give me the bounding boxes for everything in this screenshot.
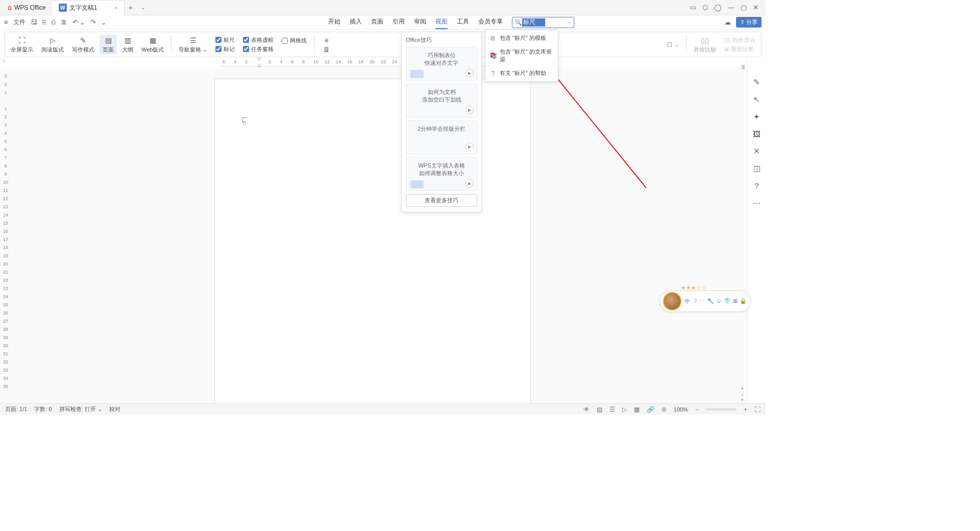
link-icon[interactable]: 🔗 xyxy=(647,406,654,413)
save-icon[interactable]: 🖫 xyxy=(31,18,37,26)
preview-icon[interactable]: 🗎 xyxy=(61,18,67,26)
writing-mode-button[interactable]: ✎ 写作模式 xyxy=(69,35,97,55)
sync-scroll-button[interactable]: ▯▯ 同步滚动 xyxy=(724,36,755,44)
help-icon[interactable]: ? xyxy=(754,181,758,190)
close-tab-icon[interactable]: • xyxy=(115,5,117,11)
home-tab[interactable]: ⩍ WPS Office xyxy=(3,0,51,15)
view-web-icon[interactable]: ▦ xyxy=(634,406,640,413)
search-box[interactable]: 🔍 → xyxy=(512,17,574,28)
tab-view[interactable]: 视图 xyxy=(435,15,448,29)
search-suggestion[interactable]: 🗎包含 "标尺" 的模板 xyxy=(485,31,558,45)
view-page-icon[interactable]: ▤ xyxy=(597,406,602,413)
play-icon[interactable]: ▶ xyxy=(465,142,474,151)
document-page[interactable] xyxy=(214,79,531,403)
nav-pane-button[interactable]: ☰ 导航窗格 ⌄ xyxy=(176,35,210,55)
close-icon[interactable]: ✕ xyxy=(753,4,758,11)
tab-reference[interactable]: 引用 xyxy=(393,15,405,29)
hamburger-icon[interactable]: ≡ xyxy=(4,18,8,26)
tab-tools[interactable]: 工具 xyxy=(457,15,469,29)
export-icon[interactable]: ⎘ xyxy=(42,18,46,26)
play-icon[interactable]: ▶ xyxy=(465,69,474,77)
search-suggestion[interactable]: ?有关 "标尺" 的帮助 xyxy=(485,66,558,80)
view-outline-icon[interactable]: ☰ xyxy=(609,406,615,413)
ruler-corner-icon[interactable]: ∟ xyxy=(2,57,7,63)
spellcheck-status[interactable]: 拼写检查: 打开 ⌄ xyxy=(59,405,102,413)
fit-icon[interactable]: ⛶ xyxy=(754,406,761,413)
lock-icon[interactable]: 🔒 xyxy=(740,298,747,305)
tab-start[interactable]: 开始 xyxy=(328,15,340,29)
gridlines-checkbox[interactable]: 网格线 xyxy=(282,37,307,44)
share-button[interactable]: ⇪ 分享 xyxy=(736,17,762,28)
maximize-icon[interactable]: ▢ xyxy=(741,4,747,11)
wrench-icon[interactable]: 🔧 xyxy=(707,298,714,305)
outline-button[interactable]: ▥ 大纲 xyxy=(119,35,136,55)
search-suggestion[interactable]: 📚包含 "标尺" 的文库资源 xyxy=(485,45,558,66)
show-button[interactable]: ≡ 显 xyxy=(318,35,334,55)
zoom-in-icon[interactable]: + xyxy=(744,406,747,413)
reset-pos-button[interactable]: ⊞ 重设位置 xyxy=(724,45,755,53)
task-pane-checkbox[interactable]: 任务窗格 xyxy=(243,45,274,53)
zoom-level[interactable]: 100% xyxy=(674,406,688,413)
search-input[interactable] xyxy=(522,18,545,27)
more-tips-button[interactable]: 查看更多技巧 xyxy=(406,194,477,207)
ruler-checkbox[interactable]: 标尺 xyxy=(215,36,235,44)
search-submit-icon[interactable]: → xyxy=(566,19,572,26)
document-tab[interactable]: W 文字文稿1 • xyxy=(51,0,125,15)
tab-member[interactable]: 会员专享 xyxy=(478,15,503,29)
vertical-ruler[interactable]: 3211234567891011121314151617181920212223… xyxy=(1,74,10,403)
redo-icon[interactable]: ↷ xyxy=(90,18,96,26)
reading-mode-button[interactable]: ▷ 阅读版式 xyxy=(38,35,67,55)
page-layout-button[interactable]: ▤ 页面 xyxy=(100,35,117,55)
page-indicator[interactable]: 页面: 1/1 xyxy=(5,405,27,413)
moon-icon[interactable]: ☽ xyxy=(692,298,697,305)
image-icon[interactable]: 🖼 xyxy=(753,130,761,138)
tip-card[interactable]: 2分钟学会排版分栏▶ xyxy=(406,120,477,154)
assistant-widget[interactable]: ★★★☆☆ 中 ☽ ⋯ 🔧 ☺ 👕 ⊞ 🔒 xyxy=(659,285,750,312)
proof-status[interactable]: 校对 xyxy=(109,405,120,413)
new-tab-button[interactable]: + xyxy=(125,4,137,12)
dots-icon[interactable]: ⋯ xyxy=(699,298,705,305)
view-read-icon[interactable]: ▷ xyxy=(622,406,627,413)
user-icon[interactable]: ◯ xyxy=(714,4,722,11)
more-icon[interactable]: ⋯ xyxy=(753,198,761,207)
smile-icon[interactable]: ☺ xyxy=(716,298,722,305)
drag-handle-icon[interactable]: ⠿ xyxy=(242,120,246,126)
zoom-out-icon[interactable]: − xyxy=(695,406,699,413)
tip-card[interactable]: 如何为文档添加空白下划线▶ xyxy=(406,84,477,117)
web-layout-button[interactable]: ▦ Web版式 xyxy=(138,35,167,55)
vertical-scrollbar[interactable]: — ▾ ≡ ▾ xyxy=(740,61,746,402)
fullscreen-button[interactable]: ⛶ 全屏显示 xyxy=(8,35,36,55)
edit-icon[interactable]: ✎ xyxy=(753,78,760,87)
tip-card[interactable]: WPS文字插入表格如何调整表格大小▶ xyxy=(406,157,477,191)
zoom-slider[interactable] xyxy=(706,408,737,411)
sparkle-icon[interactable]: ✦ xyxy=(753,112,760,122)
grid-icon[interactable]: ⊞ xyxy=(733,298,738,305)
avatar[interactable] xyxy=(663,292,681,310)
tab-insert[interactable]: 插入 xyxy=(350,15,362,29)
tab-page[interactable]: 页面 xyxy=(371,15,383,29)
table-frame-checkbox[interactable]: 表格虚框 xyxy=(243,36,274,44)
side-compare-button[interactable]: ▯▯ 并排比较 xyxy=(691,35,719,55)
eye-icon[interactable]: 👁 xyxy=(583,406,590,413)
ime-icon[interactable]: 中 xyxy=(684,298,690,305)
qat-more-icon[interactable]: ⌄ xyxy=(101,18,107,26)
shirt-icon[interactable]: 👕 xyxy=(724,298,731,305)
word-count[interactable]: 字数: 0 xyxy=(34,405,52,413)
undo-icon[interactable]: ↶ ⌄ xyxy=(72,18,86,26)
file-menu[interactable]: 文件 xyxy=(13,18,26,27)
print-icon[interactable]: ⎙ xyxy=(52,18,56,26)
tip-card[interactable]: 巧用制表位快速对齐文字▶ xyxy=(406,47,477,81)
play-icon[interactable]: ▶ xyxy=(465,106,474,114)
cloud-icon[interactable]: ☁ xyxy=(724,18,731,26)
bookmark-icon[interactable]: ◫ xyxy=(753,164,761,173)
reader-icon[interactable]: ▭ xyxy=(690,4,696,11)
mark-checkbox[interactable]: 标记 xyxy=(215,45,235,53)
horizontal-ruler[interactable]: ∟ 642▽△246810121416182022242 xyxy=(0,58,766,67)
cursor-icon[interactable]: ↖ xyxy=(753,95,760,104)
target-icon[interactable]: ⊚ xyxy=(662,406,667,413)
minimize-icon[interactable]: — xyxy=(728,4,734,11)
tab-menu-button[interactable]: ⌄ xyxy=(137,5,149,10)
cube-icon[interactable]: ⬡ xyxy=(702,4,708,11)
tab-review[interactable]: 审阅 xyxy=(414,15,426,29)
tools-icon[interactable]: ✕ xyxy=(753,147,760,156)
